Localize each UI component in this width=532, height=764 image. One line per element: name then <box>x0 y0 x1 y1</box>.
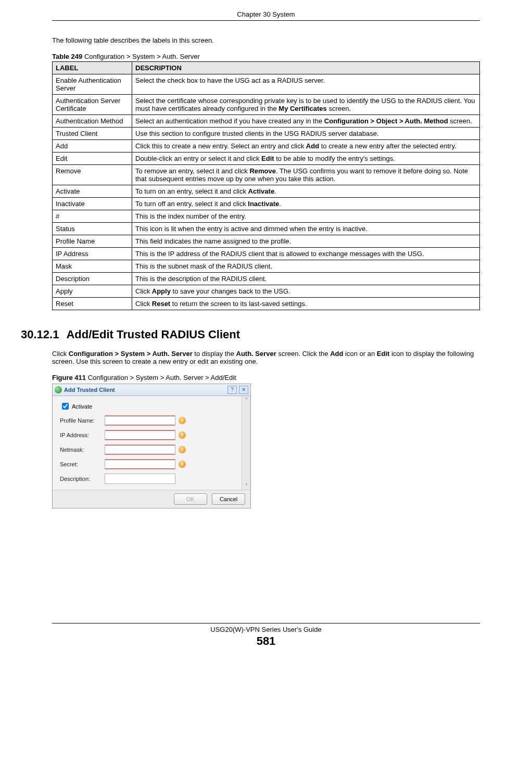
warning-icon: ! <box>179 446 186 453</box>
table-caption: Table 249 Configuration > System > Auth.… <box>52 53 480 60</box>
row-description: Double-click an entry or select it and c… <box>132 152 480 165</box>
ip-address-input[interactable] <box>105 430 175 440</box>
col-header-description: DESCRIPTION <box>132 62 480 74</box>
row-label: Inactivate <box>53 198 132 210</box>
secret-input[interactable] <box>105 459 175 469</box>
section-heading: 30.12.1Add/Edit Trusted RADIUS Client <box>21 328 480 341</box>
section-title: Add/Edit Trusted RADIUS Client <box>66 328 240 341</box>
description-row: Description: <box>60 474 246 484</box>
profile-name-input[interactable] <box>105 415 175 426</box>
table-caption-text: Configuration > System > Auth. Server <box>82 53 199 60</box>
activate-checkbox[interactable] <box>62 403 69 410</box>
dialog-footer: OK Cancel <box>53 490 250 508</box>
profile-name-label: Profile Name: <box>60 417 105 424</box>
row-label: Edit <box>53 152 132 165</box>
table-row: Trusted Client Use this section to confi… <box>53 128 480 140</box>
row-description: This is the description of the RADIUS cl… <box>132 273 480 285</box>
add-trusted-client-dialog: Add Trusted Client ? ✕ Activate Profile … <box>52 384 251 508</box>
page-footer: USG20(W)-VPN Series User's Guide 581 <box>52 623 480 648</box>
secret-row: Secret: ! <box>60 459 246 469</box>
figure-number: Figure 411 <box>52 374 86 381</box>
description-label: Description: <box>60 476 105 482</box>
table-row: ResetClick Reset to return the screen to… <box>53 298 480 310</box>
row-label: Mask <box>53 260 132 273</box>
warning-icon: ! <box>179 431 186 439</box>
table-row: MaskThis is the subnet mask of the RADIU… <box>53 260 480 273</box>
table-row: Authentication Server CertificateSelect … <box>53 95 480 115</box>
row-description: To remove an entry, select it and click … <box>132 165 480 185</box>
section-paragraph: Click Configuration > System > Auth. Ser… <box>52 350 480 365</box>
ip-address-label: IP Address: <box>60 432 105 438</box>
dialog-body: Activate Profile Name: ! IP Address: ! N… <box>53 396 250 490</box>
intro-paragraph: The following table describes the labels… <box>52 36 480 44</box>
close-icon[interactable]: ✕ <box>239 386 248 394</box>
row-label: Enable Authentication Server <box>53 74 132 95</box>
row-description: This is the IP address of the RADIUS cli… <box>132 248 480 260</box>
row-label: Apply <box>53 285 132 298</box>
row-label: # <box>53 210 132 223</box>
row-label: Authentication Server Certificate <box>53 95 132 115</box>
table-row: InactivateTo turn off an entry, select i… <box>53 198 480 210</box>
table-number: Table 249 <box>52 53 82 60</box>
cancel-button[interactable]: Cancel <box>212 493 245 505</box>
row-description: This is the subnet mask of the RADIUS cl… <box>132 260 480 273</box>
row-label: Description <box>53 273 132 285</box>
table-row: Profile NameThis field indicates the nam… <box>53 235 480 248</box>
row-label: IP Address <box>53 248 132 260</box>
figure-caption: Figure 411 Configuration > System > Auth… <box>52 374 480 381</box>
warning-icon: ! <box>179 417 186 424</box>
dialog-title: Add Trusted Client <box>64 387 225 393</box>
row-label: Status <box>53 223 132 235</box>
table-row: IP AddressThis is the IP address of the … <box>53 248 480 260</box>
chapter-header: Chapter 30 System <box>52 10 480 21</box>
netmask-input[interactable] <box>105 444 175 455</box>
row-label: Remove <box>53 165 132 185</box>
secret-label: Secret: <box>60 461 105 467</box>
table-row: DescriptionThis is the description of th… <box>53 273 480 285</box>
table-row: ApplyClick Apply to save your changes ba… <box>53 285 480 298</box>
dialog-titlebar: Add Trusted Client ? ✕ <box>53 384 250 396</box>
row-label: Profile Name <box>53 235 132 248</box>
section-number: 30.12.1 <box>21 328 59 341</box>
scroll-down-icon[interactable]: ˅ <box>245 483 248 489</box>
warning-icon: ! <box>179 461 186 468</box>
row-label: Activate <box>53 185 132 198</box>
row-description: Click Apply to save your changes back to… <box>132 285 480 298</box>
row-description: To turn on an entry, select it and click… <box>132 185 480 198</box>
row-description: This field indicates the name assigned t… <box>132 235 480 248</box>
row-description: Click this to create a new entry. Select… <box>132 140 480 152</box>
figure-caption-text: Configuration > System > Auth. Server > … <box>86 374 236 381</box>
netmask-row: Netmask: ! <box>60 444 246 455</box>
table-header-row: LABEL DESCRIPTION <box>53 62 480 74</box>
description-input[interactable] <box>105 474 175 484</box>
row-label: Reset <box>53 298 132 310</box>
row-description: This icon is lit when the entry is activ… <box>132 223 480 235</box>
table-row: StatusThis icon is lit when the entry is… <box>53 223 480 235</box>
row-label: Trusted Client <box>53 128 132 140</box>
page-content: Chapter 30 System The following table de… <box>0 0 532 669</box>
row-label: Add <box>53 140 132 152</box>
dialog-icon <box>55 386 62 393</box>
table-row: Enable Authentication ServerSelect the c… <box>53 74 480 95</box>
row-description: Select an authentication method if you h… <box>132 115 480 128</box>
row-label: Authentication Method <box>53 115 132 128</box>
table-row: ActivateTo turn on an entry, select it a… <box>53 185 480 198</box>
help-icon[interactable]: ? <box>227 386 237 394</box>
profile-name-row: Profile Name: ! <box>60 415 246 426</box>
row-description: Click Reset to return the screen to its … <box>132 298 480 310</box>
table-row: Authentication MethodSelect an authentic… <box>53 115 480 128</box>
col-header-label: LABEL <box>53 62 132 74</box>
ok-button[interactable]: OK <box>174 493 207 505</box>
footer-guide-name: USG20(W)-VPN Series User's Guide <box>52 626 480 633</box>
ip-address-row: IP Address: ! <box>60 430 246 440</box>
page-number: 581 <box>52 634 480 648</box>
row-description: Select the certificate whose correspondi… <box>132 95 480 115</box>
table-row: EditDouble-click an entry or select it a… <box>53 152 480 165</box>
dialog-scrollbar[interactable]: ˄ ˅ <box>242 396 250 490</box>
table-row: AddClick this to create a new entry. Sel… <box>53 140 480 152</box>
row-description: Use this section to configure trusted cl… <box>132 128 480 140</box>
row-description: This is the index number of the entry. <box>132 210 480 223</box>
row-description: To turn off an entry, select it and clic… <box>132 198 480 210</box>
scroll-up-icon[interactable]: ˄ <box>245 397 248 403</box>
row-description: Select the check box to have the USG act… <box>132 74 480 95</box>
